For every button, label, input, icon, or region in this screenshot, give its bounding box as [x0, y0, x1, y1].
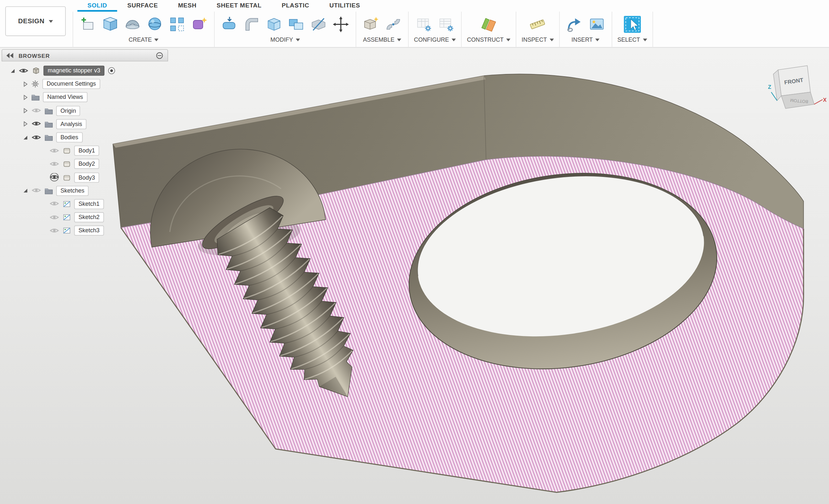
toolbar-group-inspect: INSPECT — [516, 12, 560, 47]
body-icon — [62, 173, 71, 182]
create-dropdown[interactable]: CREATE — [129, 37, 159, 43]
select-dropdown[interactable]: SELECT — [617, 37, 647, 43]
viewcube[interactable]: FRONT BOTTOM X Z — [768, 66, 826, 109]
inspect-dropdown[interactable]: INSPECT — [521, 37, 553, 43]
tree-row-document-settings[interactable]: Document Settings — [2, 78, 168, 91]
move-copy-icon[interactable] — [331, 14, 351, 34]
tree-item-label[interactable]: Sketch3 — [74, 226, 104, 236]
visibility-eye-icon[interactable] — [49, 200, 59, 208]
tree-row-analysis[interactable]: Analysis — [2, 117, 168, 130]
visibility-eye-icon[interactable] — [31, 120, 41, 128]
tab-plastic[interactable]: PLASTIC — [272, 0, 319, 12]
configuration-table-icon[interactable] — [436, 14, 456, 34]
folder-icon — [45, 134, 53, 141]
tree-item-label[interactable]: Document Settings — [42, 79, 100, 89]
tab-surface[interactable]: SURFACE — [117, 0, 168, 12]
tree-item-label[interactable]: Body1 — [74, 146, 99, 156]
modify-dropdown[interactable]: MODIFY — [270, 37, 300, 43]
insert-dropdown[interactable]: INSERT — [572, 37, 600, 43]
activate-component-radio[interactable] — [108, 67, 116, 75]
assemble-dropdown[interactable]: ASSEMBLE — [363, 37, 402, 43]
browser-options-icon[interactable] — [156, 52, 163, 59]
tree-row-sketch2[interactable]: Sketch2 — [2, 211, 168, 224]
tree-item-label[interactable]: Bodies — [56, 132, 82, 143]
caret-collapsed-icon[interactable] — [23, 81, 28, 87]
split-body-icon[interactable] — [309, 14, 328, 34]
create-sphere-icon[interactable] — [145, 14, 164, 34]
create-pattern-icon[interactable] — [168, 14, 186, 34]
tree-row-bodies[interactable]: Bodies — [2, 131, 168, 144]
tree-item-label[interactable]: Sketch1 — [74, 199, 104, 209]
configure-dropdown[interactable]: CONFIGURE — [414, 37, 456, 43]
tree-row-magnetic-stopper-v3[interactable]: magnetic stopper v3 — [2, 64, 168, 77]
visibility-eye-icon[interactable] — [49, 173, 59, 182]
construct-plane-icon[interactable] — [479, 14, 498, 34]
caret-collapsed-icon[interactable] — [23, 95, 28, 100]
tree-row-sketch1[interactable]: Sketch1 — [2, 197, 168, 211]
fillet-icon[interactable] — [242, 14, 261, 34]
chevron-down-icon — [596, 38, 600, 41]
measure-icon[interactable] — [528, 14, 547, 34]
chevron-down-icon — [49, 20, 53, 22]
visibility-eye-icon[interactable] — [31, 186, 41, 195]
tree-item-label[interactable]: Origin — [56, 106, 80, 116]
axis-x-label: X — [823, 97, 826, 103]
caret-collapsed-icon[interactable] — [23, 121, 28, 127]
tree-row-body3[interactable]: Body3 — [2, 170, 168, 184]
joint-icon[interactable] — [384, 14, 403, 34]
tree-item-label[interactable]: Named Views — [43, 92, 87, 103]
tree-item-label[interactable]: magnetic stopper v3 — [43, 66, 104, 76]
configuration-icon[interactable] — [414, 14, 433, 34]
create-box-icon[interactable] — [101, 14, 120, 34]
tab-solid[interactable]: SOLID — [77, 0, 117, 12]
main-body[interactable] — [113, 74, 803, 492]
visibility-eye-icon[interactable] — [49, 227, 59, 235]
design-menu-button[interactable]: DESIGN — [5, 6, 66, 36]
tab-utilities[interactable]: UTILITIES — [319, 0, 370, 12]
visibility-eye-icon[interactable] — [31, 107, 41, 115]
visibility-eye-icon[interactable] — [49, 146, 59, 155]
shell-icon[interactable] — [264, 14, 284, 34]
create-sketch-icon[interactable] — [79, 14, 98, 34]
folder-icon — [45, 107, 53, 114]
tree-row-origin[interactable]: Origin — [2, 104, 168, 117]
tree-item-label[interactable]: Body3 — [74, 172, 99, 183]
tab-mesh[interactable]: MESH — [168, 0, 207, 12]
caret-expanded-icon[interactable] — [23, 135, 28, 140]
select-cursor-icon[interactable] — [623, 14, 642, 34]
tree-item-label[interactable]: Body2 — [74, 159, 99, 169]
tree-item-label[interactable]: Analysis — [56, 119, 86, 129]
combine-icon[interactable] — [287, 14, 306, 34]
tree-row-body2[interactable]: Body2 — [2, 157, 168, 170]
tree-row-sketches[interactable]: Sketches — [2, 184, 168, 197]
browser-header: BROWSER — [2, 49, 168, 62]
tree-item-label[interactable]: Sketch2 — [74, 212, 104, 222]
tree-row-body1[interactable]: Body1 — [2, 144, 168, 157]
visibility-eye-icon[interactable] — [49, 213, 59, 222]
create-revolve-icon[interactable] — [123, 14, 142, 34]
create-form-icon[interactable] — [190, 14, 209, 34]
toolbar-group-select: SELECT — [612, 12, 653, 47]
gear-icon — [31, 80, 39, 88]
design-menu-label: DESIGN — [18, 17, 45, 25]
press-pull-icon[interactable] — [220, 14, 239, 34]
browser-tree: magnetic stopper v3Document SettingsName… — [2, 62, 168, 237]
construct-dropdown[interactable]: CONSTRUCT — [467, 37, 510, 43]
visibility-eye-icon[interactable] — [31, 133, 41, 142]
tree-row-named-views[interactable]: Named Views — [2, 91, 168, 104]
axis-z-label: Z — [768, 84, 771, 90]
new-component-icon[interactable] — [361, 14, 381, 34]
tab-sheet-metal[interactable]: SHEET METAL — [207, 0, 272, 12]
tree-item-label[interactable]: Sketches — [56, 186, 88, 196]
caret-expanded-icon[interactable] — [23, 188, 28, 193]
toolbar-group-configure: CONFIGURE — [409, 12, 462, 47]
visibility-eye-icon[interactable] — [49, 160, 59, 168]
insert-image-icon[interactable] — [587, 14, 606, 34]
chevron-down-icon — [643, 38, 647, 41]
tree-row-sketch3[interactable]: Sketch3 — [2, 224, 168, 237]
collapse-panel-icon[interactable] — [6, 53, 14, 58]
visibility-eye-icon[interactable] — [19, 67, 29, 75]
caret-collapsed-icon[interactable] — [23, 108, 28, 113]
caret-expanded-icon[interactable] — [10, 68, 15, 73]
insert-derive-icon[interactable] — [565, 14, 584, 34]
